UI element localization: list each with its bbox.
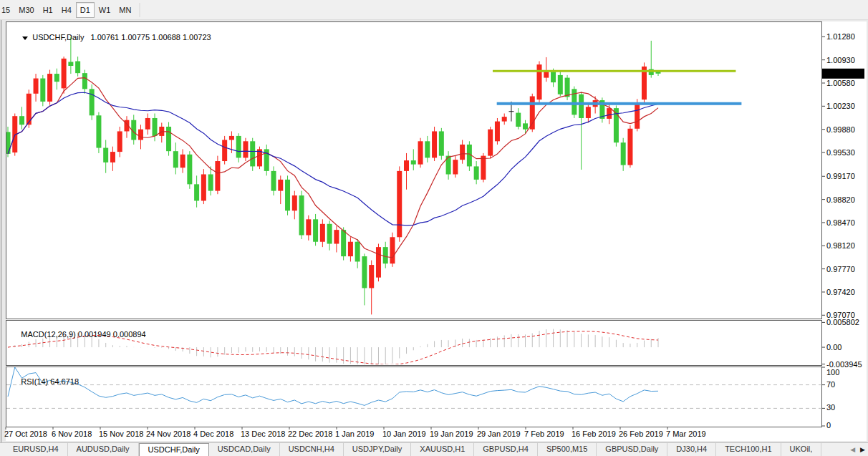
timeframe-button-w1[interactable]: W1 xyxy=(95,2,115,18)
tab-ukoil[interactable]: UKOil, xyxy=(781,443,822,456)
tab-scroll-left-icon[interactable]: ◀ xyxy=(850,445,855,455)
price-axis[interactable] xyxy=(822,20,868,427)
mt4-application: 15M30H1H4D1W1MN 1.012801.009301.005801.0… xyxy=(0,0,868,456)
toolbar-separator xyxy=(140,3,140,17)
timeframe-button-m30[interactable]: M30 xyxy=(14,2,38,18)
tab-dj30-h4[interactable]: DJ30,H4 xyxy=(667,443,716,456)
tab-usdchf-daily[interactable]: USDCHF,Daily xyxy=(139,443,209,456)
tab-usdjpy-daily[interactable]: USDJPY,Daily xyxy=(344,443,412,456)
tab-gbpusd-daily[interactable]: GBPUSD,Daily xyxy=(597,443,667,456)
timeframe-button-d1[interactable]: D1 xyxy=(76,2,95,18)
timeframe-button-15[interactable]: 15 xyxy=(0,2,14,18)
date-axis[interactable] xyxy=(6,427,822,441)
tab-scroll-controls: ◀ ▶ xyxy=(850,445,865,455)
symbol-tabbar: EURUSD,H4AUDUSD,DailyUSDCHF,DailyUSDCAD,… xyxy=(0,442,868,456)
chart-canvas[interactable]: 1.012801.009301.005801.002300.998800.995… xyxy=(0,20,868,442)
tab-audusd-daily[interactable]: AUDUSD,Daily xyxy=(68,443,139,456)
tab-scroll-right-icon[interactable]: ▶ xyxy=(860,445,865,455)
timeframe-button-h1[interactable]: H1 xyxy=(39,2,57,18)
timeframe-button-h4[interactable]: H4 xyxy=(57,2,76,18)
tab-sp500-m15[interactable]: SP500,M15 xyxy=(538,443,597,456)
tab-eurusd-h4[interactable]: EURUSD,H4 xyxy=(4,443,68,456)
chart-window: 1.012801.009301.005801.002300.998800.995… xyxy=(0,20,868,442)
tab-usdcnh-h4[interactable]: USDCNH,H4 xyxy=(280,443,344,456)
timeframe-button-mn[interactable]: MN xyxy=(115,2,135,18)
tab-xauusd-h1[interactable]: XAUUSD,H1 xyxy=(411,443,474,456)
timeframe-toolbar: 15M30H1H4D1W1MN xyxy=(0,0,868,20)
tab-usdcad-daily[interactable]: USDCAD,Daily xyxy=(209,443,280,456)
tab-tech100-h1[interactable]: TECH100,H1 xyxy=(716,443,781,456)
tab-gbpusd-h4[interactable]: GBPUSD,H4 xyxy=(474,443,538,456)
